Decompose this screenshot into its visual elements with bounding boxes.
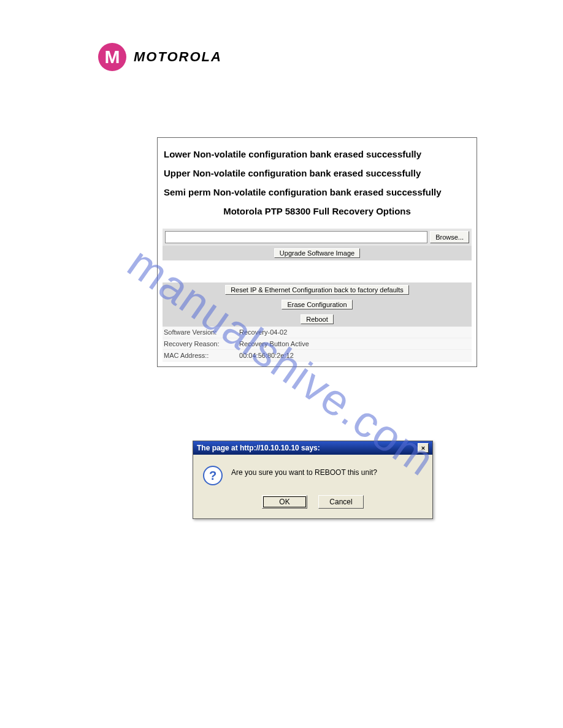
recovery-reason-row: Recovery Reason: Recovery Button Active (163, 338, 472, 350)
close-icon[interactable]: × (418, 443, 429, 453)
reboot-confirm-dialog: The page at http://10.10.10.10 says: × ?… (193, 441, 433, 519)
dialog-title: The page at http://10.10.10.10 says: (197, 444, 320, 452)
mac-address-value: 00:04:56:80:2e:12 (239, 352, 294, 359)
software-version-value: Recovery-04-02 (239, 328, 287, 336)
file-chooser-row: Browse... (163, 229, 472, 246)
erase-row: Erase Configuration (163, 297, 472, 312)
dialog-titlebar: The page at http://10.10.10.10 says: × (193, 441, 432, 455)
motorola-logo-icon: M (98, 43, 126, 71)
erase-status-semi: Semi perm Non-volatile configuration ban… (164, 187, 470, 197)
erase-status-lower: Lower Non-volatile configuration bank er… (164, 149, 470, 159)
mac-address-label: MAC Address:: (164, 352, 237, 359)
dialog-message: Are you sure you want to REBOOT this uni… (231, 466, 377, 477)
erase-status-upper: Upper Non-volatile configuration bank er… (164, 168, 470, 178)
brand-header: M MOTOROLA (98, 43, 222, 71)
software-version-label: Software Version: (164, 328, 237, 336)
upgrade-row: Upgrade Software Image (163, 246, 472, 260)
reboot-row: Reboot (163, 312, 472, 327)
file-path-input[interactable] (165, 231, 427, 243)
upgrade-software-button[interactable]: Upgrade Software Image (274, 248, 360, 258)
software-version-row: Software Version: Recovery-04-02 (163, 327, 472, 338)
question-icon: ? (203, 466, 223, 485)
mac-address-row: MAC Address:: 00:04:56:80:2e:12 (163, 350, 472, 362)
reboot-button[interactable]: Reboot (301, 314, 333, 324)
reset-ip-row: Reset IP & Ethernet Configuration back t… (163, 282, 472, 297)
reset-ip-button[interactable]: Reset IP & Ethernet Configuration back t… (225, 285, 409, 295)
browse-button[interactable]: Browse... (430, 231, 469, 243)
motorola-wordmark: MOTOROLA (134, 49, 222, 65)
ok-button[interactable]: OK (262, 495, 307, 509)
recovery-reason-value: Recovery Button Active (239, 340, 309, 347)
recovery-panel: Lower Non-volatile configuration bank er… (157, 137, 477, 367)
dialog-button-row: OK Cancel (193, 491, 432, 518)
recovery-reason-label: Recovery Reason: (164, 340, 237, 347)
panel-title: Motorola PTP 58300 Full Recovery Options (163, 206, 472, 216)
cancel-button[interactable]: Cancel (318, 495, 364, 509)
erase-config-button[interactable]: Erase Configuration (282, 300, 352, 309)
